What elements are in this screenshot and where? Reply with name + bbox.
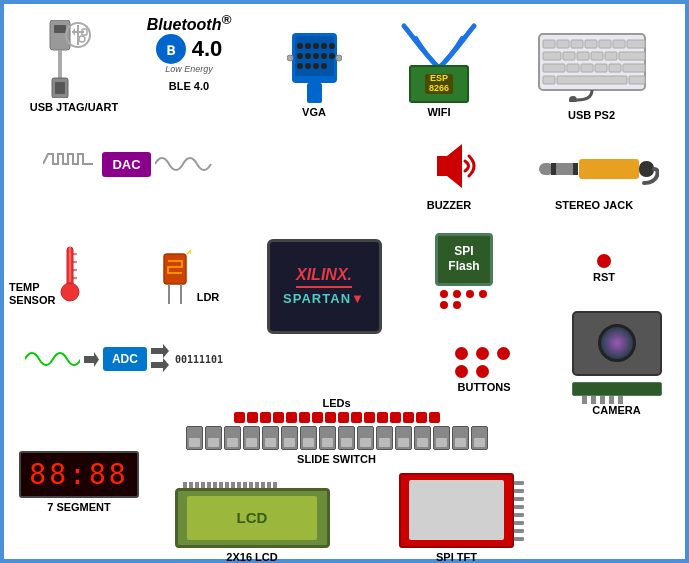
camera-pins — [582, 396, 623, 404]
svg-point-10 — [79, 36, 85, 42]
buzzer-component: BUZZER — [399, 122, 499, 212]
svg-rect-45 — [543, 64, 565, 72]
btn-dot-3[interactable] — [497, 347, 510, 360]
switch-10[interactable] — [357, 426, 374, 450]
switch-16[interactable] — [471, 426, 488, 450]
tft-pin — [514, 513, 524, 517]
adc-chip-label: ADC — [103, 347, 147, 371]
switch-5[interactable] — [262, 426, 279, 450]
switch-11[interactable] — [376, 426, 393, 450]
spi-tft-label: SPI TFT — [436, 551, 477, 563]
spi-tft-component: SPI TFT — [374, 464, 539, 563]
ldr-component: LDR — [134, 219, 244, 304]
vga-icon — [287, 28, 342, 103]
svg-marker-8 — [72, 28, 75, 36]
tft-pin — [514, 505, 524, 509]
svg-rect-32 — [543, 40, 555, 48]
svg-marker-74 — [84, 352, 99, 367]
tft-screen — [409, 480, 504, 540]
tft-pin — [514, 529, 524, 533]
lcd-pin — [273, 482, 277, 488]
buzzer-icon — [422, 136, 477, 196]
adc-sine-wave — [25, 344, 80, 374]
lcd-pcb: LCD — [175, 488, 330, 548]
svg-rect-33 — [557, 40, 569, 48]
svg-rect-50 — [623, 64, 645, 72]
seg-display-bg: 88:88 — [19, 451, 138, 498]
led-15 — [416, 412, 427, 423]
switch-13[interactable] — [414, 426, 431, 450]
vga-label: VGA — [302, 106, 326, 119]
svg-rect-43 — [605, 52, 617, 60]
tft-pin — [514, 489, 524, 493]
stereo-jack-component: STEREO JACK — [509, 122, 679, 212]
pin-dot — [453, 290, 461, 298]
cam-pin — [609, 396, 614, 404]
svg-point-27 — [287, 55, 293, 61]
svg-rect-47 — [581, 64, 593, 72]
svg-point-20 — [313, 53, 319, 59]
svg-point-22 — [329, 53, 335, 59]
lcd-pin-header — [183, 482, 277, 488]
led-9 — [338, 412, 349, 423]
switch-12[interactable] — [395, 426, 412, 450]
led-1 — [234, 412, 245, 423]
usb-jtag-label: USB JTAG/UART — [30, 101, 118, 114]
switch-14[interactable] — [433, 426, 450, 450]
led-8 — [325, 412, 336, 423]
temp-sensor-component: TEMP SENSOR — [9, 212, 139, 307]
svg-rect-36 — [599, 40, 611, 48]
fpga-content: XILINX. SPARTAN▼ — [278, 267, 371, 306]
svg-rect-44 — [619, 52, 645, 60]
led-6 — [299, 412, 310, 423]
svg-rect-49 — [609, 64, 621, 72]
svg-point-16 — [321, 43, 327, 49]
camera-label: CAMERA — [592, 404, 640, 417]
lcd-pin — [219, 482, 223, 488]
leds-label: LEDs — [322, 397, 350, 410]
btn-dot-2[interactable] — [476, 347, 489, 360]
svg-rect-35 — [585, 40, 597, 48]
lcd-pin — [249, 482, 253, 488]
switch-1[interactable] — [186, 426, 203, 450]
switch-4[interactable] — [243, 426, 260, 450]
svg-rect-40 — [563, 52, 575, 60]
switch-15[interactable] — [452, 426, 469, 450]
ble-version: 4.0 — [192, 36, 223, 62]
seg-display-value: 88:88 — [29, 458, 128, 491]
switch-6[interactable] — [281, 426, 298, 450]
switch-3[interactable] — [224, 426, 241, 450]
svg-rect-39 — [543, 52, 561, 60]
cam-pin — [582, 396, 587, 404]
svg-point-64 — [61, 283, 79, 301]
stereo-jack-label: STEREO JACK — [555, 199, 633, 212]
adc-arrow — [84, 352, 99, 367]
ble-brand: Bluetooth® — [147, 12, 231, 34]
svg-rect-61 — [639, 161, 654, 177]
svg-rect-4 — [55, 82, 65, 94]
btn-dot-1[interactable] — [455, 347, 468, 360]
lcd-pin — [255, 482, 259, 488]
switch-9[interactable] — [338, 426, 355, 450]
lcd-display-text: LCD — [237, 509, 268, 526]
tft-pin — [514, 537, 524, 541]
switch-7[interactable] — [300, 426, 317, 450]
svg-point-24 — [305, 63, 311, 69]
svg-point-18 — [297, 53, 303, 59]
dac-output-wave — [155, 149, 215, 179]
svg-rect-41 — [577, 52, 589, 60]
keyboard-wrapper — [537, 32, 647, 106]
usb-icon — [42, 20, 107, 98]
svg-rect-1 — [54, 25, 66, 33]
svg-rect-34 — [571, 40, 583, 48]
svg-marker-76 — [151, 358, 169, 372]
switch-2[interactable] — [205, 426, 222, 450]
led-13 — [390, 412, 401, 423]
svg-rect-46 — [567, 64, 579, 72]
svg-point-17 — [329, 43, 335, 49]
switch-8[interactable] — [319, 426, 336, 450]
btn-dot-5[interactable] — [476, 365, 489, 378]
svg-rect-37 — [613, 40, 625, 48]
btn-dot-4[interactable] — [455, 365, 468, 378]
esp-chip: ESP8266 — [409, 65, 469, 103]
